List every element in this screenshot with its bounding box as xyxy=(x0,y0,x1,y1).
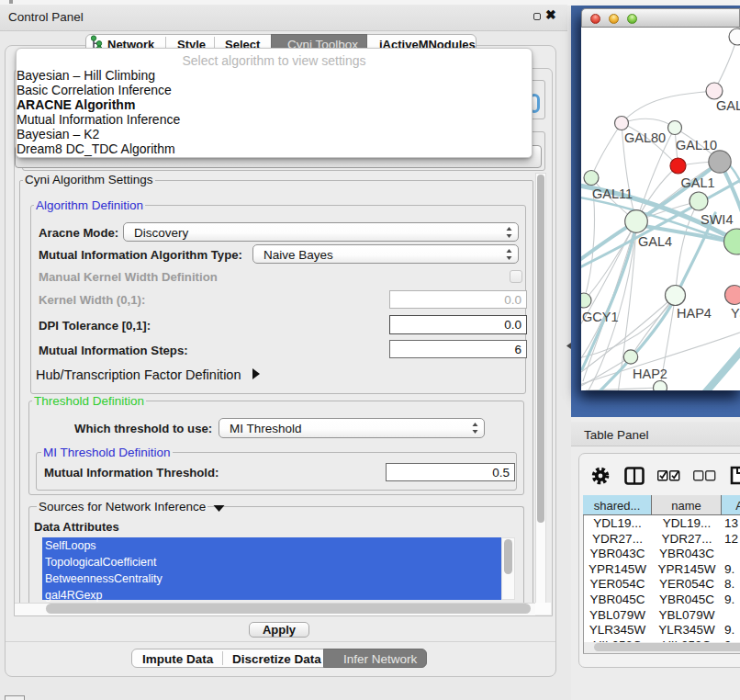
svg-text:GAL10: GAL10 xyxy=(676,138,717,152)
svg-text:GAL80: GAL80 xyxy=(624,130,666,145)
svg-text:GAL4: GAL4 xyxy=(638,234,672,249)
svg-text:GAL11: GAL11 xyxy=(592,186,633,201)
svg-text:YJ: YJ xyxy=(731,306,740,321)
svg-text:HAP4: HAP4 xyxy=(677,306,712,321)
svg-text:GAL1: GAL1 xyxy=(681,175,715,190)
svg-text:HAP2: HAP2 xyxy=(633,367,667,381)
svg-text:GAL2: GAL2 xyxy=(716,98,740,113)
svg-text:SWI4: SWI4 xyxy=(701,212,733,227)
svg-text:GCY1: GCY1 xyxy=(582,310,619,324)
